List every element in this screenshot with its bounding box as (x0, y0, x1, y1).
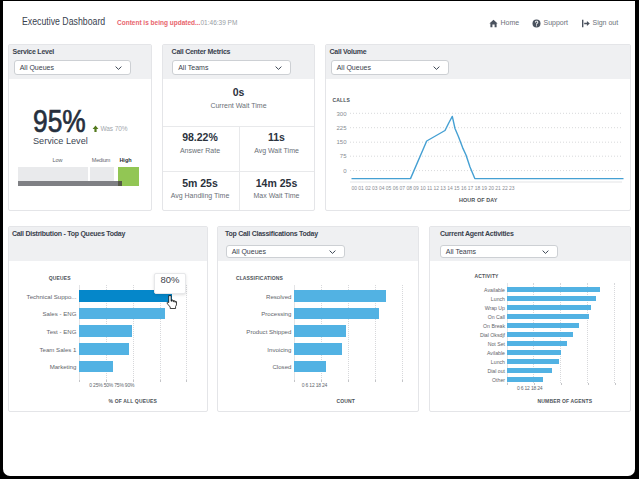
svg-text:225: 225 (336, 125, 347, 131)
svg-text:00 01 02 03 04 05 06 07 08 09: 00 01 02 03 04 05 06 07 08 09 10 11 12 1… (352, 185, 515, 191)
svg-text:150: 150 (336, 139, 347, 145)
svg-text:300: 300 (336, 111, 347, 117)
svg-text:0: 0 (343, 168, 347, 174)
svg-text:75: 75 (340, 153, 347, 159)
svg-text:HOUR OF DAY: HOUR OF DAY (459, 197, 498, 203)
